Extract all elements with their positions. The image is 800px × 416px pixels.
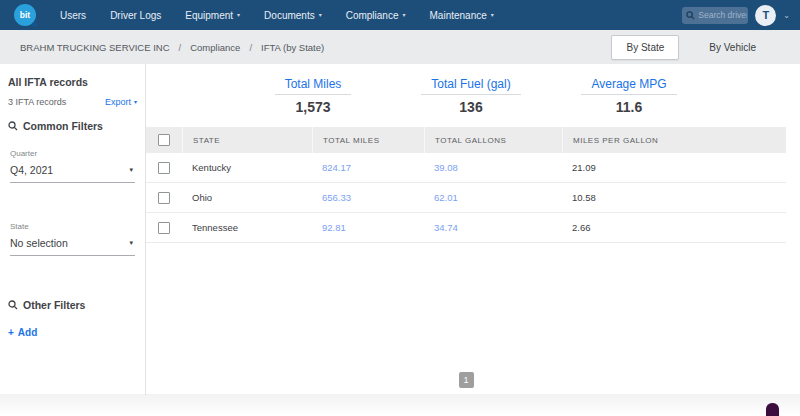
breadcrumb-section[interactable]: Compliance [190,42,240,53]
content-area: All IFTA records 3 IFTA records Export ▾… [0,64,800,395]
records-count-row: 3 IFTA records Export ▾ [8,97,137,107]
caret-down-icon: ▾ [134,99,137,105]
table-header-row: STATE TOTAL MILES TOTAL GALLONS MILES PE… [146,127,786,153]
cell-total-gallons[interactable]: 39.08 [424,162,562,173]
nav-item-maintenance[interactable]: Maintenance ▾ [430,10,494,21]
other-filters-header: Other Filters [8,299,137,311]
export-button[interactable]: Export ▾ [105,97,137,107]
cell-total-gallons[interactable]: 34.74 [424,222,562,233]
table-row: Kentucky 824.17 39.08 21.09 [146,153,786,183]
logo-text: bit [20,10,30,20]
footer-shadow [0,394,800,416]
chevron-down-icon[interactable]: ⌄ [783,11,790,20]
nav-item-users[interactable]: Users [60,10,86,21]
search-icon [686,11,695,20]
search-icon [8,300,18,310]
breadcrumb-current-page: IFTA (by State) [261,42,324,53]
search-box [682,7,748,24]
cell-total-miles[interactable]: 824.17 [312,162,424,173]
cell-state: Kentucky [182,162,312,173]
breadcrumb-separator: / [249,42,252,53]
plus-icon: + [8,327,14,338]
row-checkbox[interactable] [158,192,170,204]
stat-average-mpg-label[interactable]: Average MPG [581,77,676,95]
stat-total-miles-value: 1,573 [234,99,392,115]
select-all-checkbox[interactable] [158,134,170,146]
stat-total-fuel-value: 136 [392,99,550,115]
caret-down-icon: ▾ [403,12,406,18]
navbar-right: T ⌄ [682,5,790,26]
nav-item-equipment[interactable]: Equipment ▾ [185,10,240,21]
breadcrumb-bar: BRAHM TRUCKING SERVICE INC / Compliance … [0,30,800,64]
column-header-total-gallons: TOTAL GALLONS [424,127,562,153]
caret-down-icon: ▾ [319,12,322,18]
cell-state: Tennessee [182,222,312,233]
cell-state: Ohio [182,192,312,203]
search-icon [8,121,18,131]
breadcrumb-company[interactable]: BRAHM TRUCKING SERVICE INC [20,42,170,53]
main-panel: Total Miles 1,573 Total Fuel (gal) 136 A… [146,64,800,395]
caret-down-icon: ▾ [129,239,133,247]
caret-down-icon: ▾ [491,12,494,18]
app-logo[interactable]: bit [14,4,36,26]
cell-total-gallons[interactable]: 62.01 [424,192,562,203]
quarter-filter-label: Quarter [10,149,135,158]
nav-item-documents[interactable]: Documents ▾ [264,10,322,21]
breadcrumb-separator: / [179,42,182,53]
by-state-button[interactable]: By State [611,35,679,60]
add-filter-button[interactable]: + Add [8,327,137,338]
cell-mpg: 2.66 [562,222,786,233]
caret-down-icon: ▾ [129,166,133,174]
user-avatar[interactable]: T [755,5,776,26]
table-row: Ohio 656.33 62.01 10.58 [146,183,786,213]
pagination: 1 [146,372,786,388]
cell-total-miles[interactable]: 656.33 [312,192,424,203]
main-nav: Users Driver Logs Equipment ▾ Documents … [60,10,494,21]
stat-total-fuel-label[interactable]: Total Fuel (gal) [421,77,520,95]
ifta-table: STATE TOTAL MILES TOTAL GALLONS MILES PE… [146,127,786,243]
stat-average-mpg-value: 11.6 [550,99,708,115]
row-checkbox[interactable] [158,162,170,174]
summary-stats: Total Miles 1,573 Total Fuel (gal) 136 A… [234,74,800,115]
nav-item-compliance[interactable]: Compliance ▾ [346,10,406,21]
stat-average-mpg: Average MPG 11.6 [550,74,708,115]
stat-total-miles: Total Miles 1,573 [234,74,392,115]
table-row: Tennessee 92.81 34.74 2.66 [146,213,786,243]
view-toggle: By State By Vehicle [611,35,770,60]
page-1-button[interactable]: 1 [459,372,474,388]
quarter-filter: Quarter Q4, 2021 ▾ [8,149,137,183]
nav-item-driver-logs[interactable]: Driver Logs [110,10,161,21]
column-header-mpg: MILES PER GALLON [562,127,786,153]
state-filter-label: State [10,222,135,231]
records-count: 3 IFTA records [8,97,66,107]
stat-total-fuel: Total Fuel (gal) 136 [392,74,550,115]
column-header-total-miles: TOTAL MILES [312,127,424,153]
common-filters-header: Common Filters [8,120,137,132]
stat-total-miles-label[interactable]: Total Miles [275,77,352,95]
state-filter: State No selection ▾ [8,222,137,256]
quarter-select[interactable]: Q4, 2021 ▾ [10,160,135,183]
search-input[interactable] [695,10,747,20]
cell-total-miles[interactable]: 92.81 [312,222,424,233]
records-title: All IFTA records [8,76,137,88]
state-select[interactable]: No selection ▾ [10,233,135,256]
app-window: bit Users Driver Logs Equipment ▾ Docume… [0,0,800,416]
filters-sidebar: All IFTA records 3 IFTA records Export ▾… [0,64,146,395]
cell-mpg: 10.58 [562,192,786,203]
breadcrumb: BRAHM TRUCKING SERVICE INC / Compliance … [20,42,324,53]
chat-widget-button[interactable] [766,403,779,416]
row-checkbox[interactable] [158,222,170,234]
cell-mpg: 21.09 [562,162,786,173]
by-vehicle-button[interactable]: By Vehicle [695,36,770,59]
column-header-state: STATE [182,127,312,153]
top-navbar: bit Users Driver Logs Equipment ▾ Docume… [0,0,800,30]
caret-down-icon: ▾ [237,12,240,18]
